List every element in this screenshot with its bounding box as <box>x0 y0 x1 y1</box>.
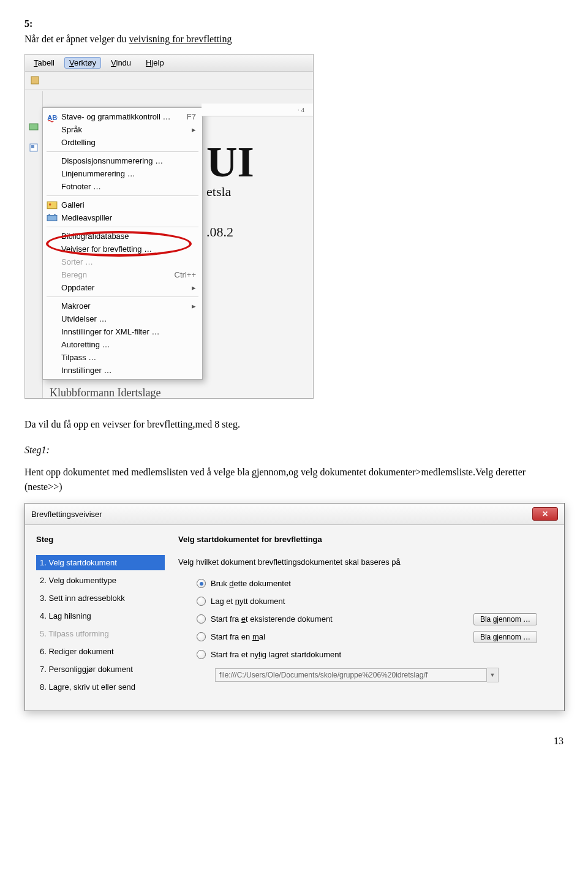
browse-button[interactable]: Bla gjennom … <box>473 631 537 643</box>
radio-button[interactable] <box>197 632 206 641</box>
tools-dropdown[interactable]: ABCStave- og grammatikkontroll …F7Språk▸… <box>42 107 203 380</box>
page-number: 13 <box>24 736 564 747</box>
option-label: Start fra et nylig lagret startdokument <box>211 650 341 659</box>
menu-item[interactable]: Utvidelser … <box>43 312 202 325</box>
spell-icon: ABC <box>47 112 58 122</box>
option-label: Start fra et eksisterende dokument <box>211 614 333 624</box>
menu-hjelp[interactable]: Hjelp <box>141 57 169 69</box>
blank-icon <box>47 182 58 192</box>
menu-item[interactable]: Veiviser for brevfletting … <box>43 243 202 255</box>
toolbar[interactable] <box>25 72 313 89</box>
menu-separator <box>47 227 198 227</box>
menu-tabell[interactable]: Tabell <box>29 57 59 69</box>
path-row: file:///C:/Users/Ole/Documents/skole/gru… <box>215 668 553 682</box>
menu-item[interactable]: Innstillinger … <box>43 364 202 377</box>
blank-icon <box>47 232 58 241</box>
side-icon-2[interactable] <box>29 143 39 153</box>
steg-heading: Steg <box>36 535 165 544</box>
wizard-step[interactable]: 4. Lag hilsning <box>36 608 165 624</box>
option-row[interactable]: Start fra en malBla gjennom … <box>197 632 553 641</box>
option-row[interactable]: Start fra et nylig lagret startdokument <box>197 650 553 659</box>
menu-item: BeregnCtrl++ <box>43 268 202 281</box>
doc-frag-2: .08.2 <box>202 224 313 240</box>
option-label: Start fra en mal <box>211 632 265 641</box>
wizard-titlebar: Brevflettingsveiviser ✕ <box>25 504 564 525</box>
blank-icon <box>47 340 58 350</box>
blank-icon <box>47 257 58 267</box>
heading-5: 5: <box>24 18 564 29</box>
doc-frag-1: etsla <box>202 184 313 200</box>
svg-rect-3 <box>31 145 34 148</box>
menu-item[interactable]: Innstillinger for XML-filter … <box>43 325 202 338</box>
menu-item-label: Sorter … <box>61 257 93 266</box>
menu-item-label: Makroer <box>61 301 91 311</box>
menu-item-label: Stave- og grammatikkontroll … <box>61 112 170 121</box>
klubb-text: Klubbformann Idertslage <box>50 387 160 399</box>
wizard-body: Steg 1. Velg startdokument2. Velg dokume… <box>25 525 564 711</box>
menu-item-label: Ordtelling <box>61 138 96 147</box>
menu-item[interactable]: Oppdater▸ <box>43 281 202 294</box>
menu-item[interactable]: Makroer▸ <box>43 300 202 312</box>
browse-button[interactable]: Bla gjennom … <box>473 613 537 625</box>
option-label: Bruk dette dokumentet <box>211 579 291 588</box>
menu-item-label: Veiviser for brevfletting … <box>61 244 152 254</box>
option-row[interactable]: Start fra et eksisterende dokumentBla gj… <box>197 614 553 624</box>
menu-item-label: Fotnoter … <box>61 182 101 191</box>
left-ruler <box>25 91 43 398</box>
menu-item[interactable]: Bibliografidatabase <box>43 230 202 243</box>
menu-item[interactable]: Fotnoter … <box>43 180 202 193</box>
steg1-text: Hent opp dokumentet med medlemslisten ve… <box>24 465 564 494</box>
svg-rect-0 <box>31 77 39 84</box>
intro-link: veivisning for brevfletting <box>129 34 232 44</box>
menu-item-label: Tilpass … <box>61 353 96 362</box>
menu-item[interactable]: Medieavspiller <box>43 211 202 224</box>
menu-separator <box>47 195 198 196</box>
doc-behind: · 4 UI etsla .08.2 <box>202 104 313 240</box>
menu-item-label: Galleri <box>61 200 85 209</box>
toolbar-icon[interactable] <box>30 75 40 85</box>
menu-item-label: Innstillinger … <box>61 366 111 375</box>
menu-item-label: Beregn <box>61 270 87 279</box>
menu-item[interactable]: Disposisjonsnummerering … <box>43 154 202 167</box>
blank-icon <box>47 156 58 166</box>
wizard-right-panel: Velg startdokumentet for brevflettinga V… <box>178 535 553 697</box>
menu-item[interactable]: ABCStave- og grammatikkontroll …F7 <box>43 110 202 123</box>
menu-item[interactable]: Språk▸ <box>43 123 202 136</box>
menu-item[interactable]: Tilpass … <box>43 351 202 364</box>
wizard-step[interactable]: 3. Sett inn adresseblokk <box>36 590 165 606</box>
path-dropdown-trigger[interactable]: ▼ <box>487 668 499 682</box>
menu-item[interactable]: Ordtelling <box>43 136 202 149</box>
close-button[interactable]: ✕ <box>532 507 558 521</box>
menu-vindu[interactable]: Vindu <box>106 57 136 69</box>
svg-rect-7 <box>47 215 57 221</box>
menu-verktøy[interactable]: Verktøy <box>64 57 101 69</box>
blank-icon <box>47 283 58 293</box>
menu-item-label: Oppdater <box>61 283 94 292</box>
menu-item[interactable]: Linjenummerering … <box>43 167 202 180</box>
radio-button[interactable] <box>197 650 206 659</box>
wizard-step[interactable]: 1. Velg startdokument <box>36 555 165 570</box>
svg-rect-8 <box>48 214 50 215</box>
option-row[interactable]: Lag et nytt dokument <box>197 597 553 606</box>
blank-icon <box>47 353 58 363</box>
menu-separator <box>47 296 198 297</box>
menu-item-label: Språk <box>61 125 82 134</box>
path-field[interactable]: file:///C:/Users/Ole/Documents/skole/gru… <box>215 668 487 682</box>
svg-rect-1 <box>29 124 38 130</box>
menu-item[interactable]: Autoretting … <box>43 338 202 351</box>
svg-point-6 <box>49 203 51 206</box>
menubar[interactable]: TabellVerktøyVinduHjelp <box>25 55 313 72</box>
menu-shortcut: F7 <box>175 112 196 121</box>
radio-button[interactable] <box>197 597 206 606</box>
option-row[interactable]: Bruk dette dokumentet <box>197 579 553 588</box>
wizard-step[interactable]: 2. Velg dokumenttype <box>36 573 165 588</box>
side-icon-1[interactable] <box>29 122 39 132</box>
radio-button[interactable] <box>197 579 206 588</box>
wizard-step[interactable]: 6. Rediger dokument <box>36 644 165 659</box>
menu-item-label: Linjenummerering … <box>61 169 135 178</box>
radio-button[interactable] <box>197 614 206 624</box>
wizard-step[interactable]: 8. Lagre, skriv ut eller send <box>36 679 165 695</box>
submenu-arrow-icon: ▸ <box>192 301 196 311</box>
menu-item[interactable]: Galleri <box>43 198 202 211</box>
wizard-step[interactable]: 7. Personliggjør dokument <box>36 662 165 677</box>
